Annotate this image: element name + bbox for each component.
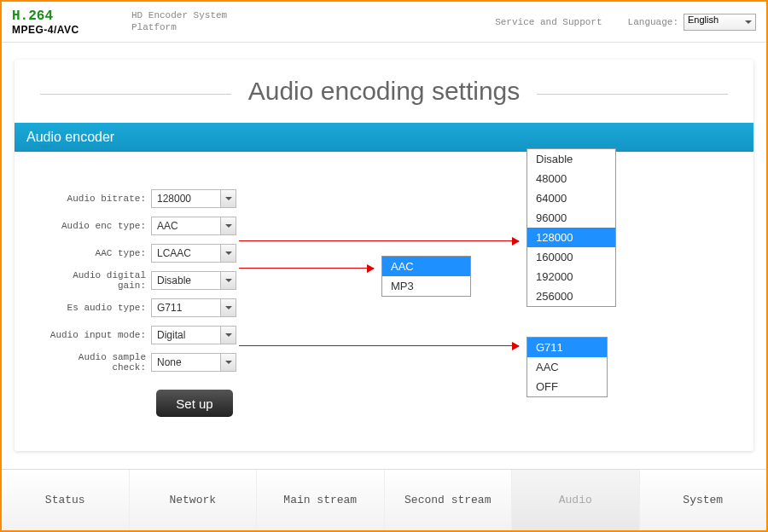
chevron-down-icon[interactable] bbox=[220, 217, 236, 234]
option-mp3[interactable]: MP3 bbox=[382, 276, 470, 296]
tab-network[interactable]: Network bbox=[130, 470, 258, 530]
chevron-down-icon[interactable] bbox=[220, 354, 236, 371]
chevron-down-icon[interactable] bbox=[220, 272, 236, 289]
option-off[interactable]: OFF bbox=[527, 377, 607, 396]
logo: H.264 MPEG-4/AVC bbox=[12, 9, 114, 36]
chevron-down-icon[interactable] bbox=[220, 245, 236, 262]
option-96000[interactable]: 96000 bbox=[527, 208, 615, 228]
header: H.264 MPEG-4/AVC HD Encoder System Platf… bbox=[2, 2, 766, 43]
label-bitrate: Audio bitrate: bbox=[40, 194, 151, 204]
chevron-down-icon[interactable] bbox=[220, 190, 236, 207]
label-enc-type: Audio enc type: bbox=[40, 221, 151, 231]
footer-nav: Status Network Main stream Second stream… bbox=[2, 469, 766, 530]
logo-mpeg: MPEG-4/AVC bbox=[12, 24, 114, 36]
tab-second-stream[interactable]: Second stream bbox=[385, 470, 513, 530]
option-64000[interactable]: 64000 bbox=[527, 188, 615, 208]
service-support-link[interactable]: Service and Support bbox=[495, 17, 602, 27]
label-input-mode: Audio input mode: bbox=[40, 330, 151, 340]
tab-system[interactable]: System bbox=[640, 470, 767, 530]
label-sample-check: Audio sample check: bbox=[40, 352, 151, 373]
page-title: Audio encoding settings bbox=[231, 77, 538, 106]
tab-main-stream[interactable]: Main stream bbox=[257, 470, 385, 530]
tab-audio[interactable]: Audio bbox=[512, 470, 640, 530]
option-aac[interactable]: AAC bbox=[527, 357, 607, 377]
arrow-icon bbox=[239, 240, 519, 241]
logo-h264: H.264 bbox=[12, 9, 114, 24]
popup-enc-options: AAC MP3 bbox=[381, 256, 471, 297]
select-enc-type[interactable]: AAC bbox=[151, 217, 236, 235]
select-sample-check[interactable]: None bbox=[151, 353, 236, 372]
popup-es-options: G711 AAC OFF bbox=[527, 337, 608, 397]
option-g711[interactable]: G711 bbox=[527, 338, 607, 357]
language-selector: Language: English bbox=[628, 14, 756, 31]
label-es-type: Es audio type: bbox=[40, 303, 151, 313]
section-header: Audio encoder bbox=[15, 123, 753, 152]
setup-button[interactable]: Set up bbox=[156, 390, 233, 417]
arrow-icon bbox=[239, 268, 374, 269]
label-gain: Audio digital gain: bbox=[40, 270, 151, 291]
option-192000[interactable]: 192000 bbox=[527, 267, 615, 286]
header-subtitle: HD Encoder System Platform bbox=[131, 10, 227, 32]
option-256000[interactable]: 256000 bbox=[527, 286, 615, 306]
chevron-down-icon[interactable] bbox=[220, 327, 236, 344]
language-select[interactable]: English bbox=[684, 14, 756, 31]
popup-bitrate-options: Disable 48000 64000 96000 128000 160000 … bbox=[527, 148, 616, 307]
option-aac[interactable]: AAC bbox=[382, 257, 470, 276]
option-48000[interactable]: 48000 bbox=[527, 169, 615, 188]
option-disable[interactable]: Disable bbox=[527, 149, 615, 169]
arrow-icon bbox=[239, 345, 519, 346]
option-160000[interactable]: 160000 bbox=[527, 247, 615, 267]
chevron-down-icon[interactable] bbox=[220, 299, 236, 316]
option-128000[interactable]: 128000 bbox=[527, 228, 615, 247]
select-es-type[interactable]: G711 bbox=[151, 298, 236, 317]
language-label: Language: bbox=[628, 17, 678, 27]
select-gain[interactable]: Disable bbox=[151, 271, 236, 290]
select-bitrate[interactable]: 128000 bbox=[151, 189, 236, 208]
select-aac-type[interactable]: LCAAC bbox=[151, 244, 236, 263]
tab-status[interactable]: Status bbox=[2, 470, 130, 530]
select-input-mode[interactable]: Digital bbox=[151, 326, 236, 344]
label-aac-type: AAC type: bbox=[40, 248, 151, 258]
